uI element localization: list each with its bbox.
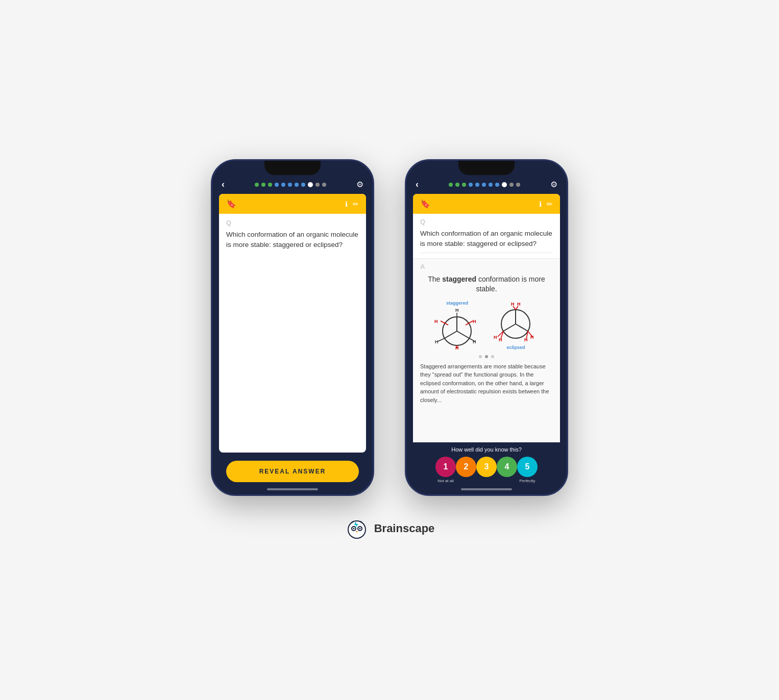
- rating-button-4[interactable]: 4: [497, 457, 517, 477]
- svg-text:H: H: [524, 337, 528, 342]
- answer-section: A The staggered conformation is more sta…: [413, 258, 560, 443]
- dot2-6: [482, 183, 486, 187]
- dot2-8: [495, 183, 499, 187]
- pagination-dots: [413, 353, 560, 360]
- rating-sublabel-5: Perfectly: [519, 479, 535, 483]
- svg-line-18: [503, 324, 516, 331]
- home-indicator-1: [267, 488, 318, 490]
- dot-3: [268, 183, 272, 187]
- svg-line-2: [445, 331, 457, 338]
- card-header-1: 🔖 ℹ ✏: [219, 194, 366, 214]
- page-dot-1: [479, 355, 482, 358]
- dot-11: [322, 183, 326, 187]
- reveal-answer-button[interactable]: REVEAL ANSWER: [226, 461, 359, 482]
- dot2-11: [516, 183, 520, 187]
- q-label-2: Q: [420, 218, 553, 226]
- edit-icon[interactable]: ✏: [353, 200, 359, 208]
- staggered-svg: H H H H H H: [433, 307, 481, 350]
- diagrams-area: staggered H H: [413, 298, 560, 353]
- eclipsed-svg: H H H H H H: [492, 301, 540, 344]
- dot-1: [255, 183, 259, 187]
- svg-text:H: H: [517, 302, 521, 307]
- a-label: A: [413, 259, 560, 272]
- dot2-10: [509, 183, 514, 187]
- svg-line-27: [516, 306, 518, 310]
- phone-1: ‹ ⚙ 🔖 ℹ ✏: [211, 159, 374, 496]
- rating-item-2: 2: [456, 457, 476, 479]
- question-text: Which conformation of an organic molecul…: [226, 230, 359, 251]
- dot2-9: [502, 182, 507, 187]
- svg-line-26: [513, 306, 516, 310]
- card-body-1: Q Which conformation of an organic molec…: [219, 214, 366, 453]
- rating-section: How well did you know this? 1 Not at all…: [428, 442, 545, 488]
- svg-line-3: [457, 331, 469, 338]
- svg-text:H: H: [499, 337, 502, 342]
- svg-text:H: H: [530, 335, 534, 340]
- rating-button-3[interactable]: 3: [476, 457, 497, 477]
- home-indicator-2: [461, 488, 512, 490]
- phone-1-screen: 🔖 ℹ ✏ Q Which conformation of an organic…: [219, 194, 366, 453]
- dot2-2: [455, 183, 459, 187]
- progress-dots: [255, 182, 326, 187]
- info-icon[interactable]: ℹ: [345, 200, 348, 208]
- dot-9: [308, 182, 313, 187]
- dot-7: [295, 183, 299, 187]
- svg-text:H: H: [473, 319, 476, 324]
- rating-sublabel-1: Not at all: [437, 479, 454, 483]
- rating-item-3: 3: [476, 457, 497, 479]
- progress-dots-2: [449, 182, 520, 187]
- rating-button-5[interactable]: 5: [517, 457, 538, 477]
- svg-point-33: [349, 521, 365, 538]
- svg-text:H: H: [434, 319, 438, 324]
- phone-1-bottom: REVEAL ANSWER: [219, 457, 366, 488]
- question-area-2: Q Which conformation of an organic molec…: [413, 214, 560, 258]
- back-button-2[interactable]: ‹: [416, 179, 419, 190]
- eclipsed-diagram: H H H H H H: [492, 301, 540, 351]
- rating-button-2[interactable]: 2: [456, 457, 476, 477]
- rating-item-1: 1 Not at all: [435, 457, 456, 483]
- explanation-text: Staggered arrangements are more stable b…: [413, 360, 560, 407]
- rating-item-4: 4: [497, 457, 517, 479]
- q-label: Q: [226, 219, 359, 227]
- card-header-2: 🔖 ℹ ✏: [413, 194, 560, 214]
- edit-icon-2[interactable]: ✏: [547, 200, 553, 208]
- phone-2-screen: 🔖 ℹ ✏ Q Which conformation of an organic…: [413, 194, 560, 442]
- dot-5: [281, 183, 285, 187]
- rating-buttons: 1 Not at all 2 3 4 5 Perfectly: [433, 457, 540, 483]
- rating-item-5: 5 Perfectly: [517, 457, 538, 483]
- rating-label: How well did you know this?: [433, 446, 540, 453]
- staggered-label: staggered: [446, 301, 468, 306]
- phone-2-notch: [458, 161, 515, 175]
- dot2-5: [475, 183, 479, 187]
- svg-text:H: H: [455, 308, 459, 313]
- svg-line-11: [438, 338, 445, 341]
- bookmark-icon[interactable]: 🔖: [226, 199, 236, 209]
- bookmark-icon-2[interactable]: 🔖: [420, 199, 430, 209]
- svg-point-39: [359, 528, 360, 530]
- brainscape-logo: Brainscape: [345, 516, 435, 541]
- dot-6: [288, 183, 292, 187]
- answer-main-text: The staggered conformation is more stabl…: [413, 272, 560, 298]
- phone-2: ‹ ⚙ 🔖 ℹ ✏: [405, 159, 568, 496]
- staggered-diagram: staggered H H: [433, 301, 481, 351]
- info-icon-2[interactable]: ℹ: [539, 200, 542, 208]
- svg-text:H: H: [494, 335, 497, 340]
- dot-2: [261, 183, 265, 187]
- dot-8: [301, 183, 305, 187]
- svg-text:H: H: [435, 339, 439, 344]
- svg-point-38: [353, 528, 354, 530]
- eclipsed-label: eclipsed: [506, 345, 525, 350]
- gear-icon-2[interactable]: ⚙: [550, 180, 557, 189]
- svg-line-19: [516, 324, 528, 331]
- question-text-2: Which conformation of an organic molecul…: [420, 229, 553, 249]
- dot2-4: [469, 183, 473, 187]
- page-dot-2: [485, 355, 488, 358]
- dot2-3: [462, 183, 466, 187]
- q-divider: [420, 253, 553, 253]
- phone-1-notch: [264, 161, 321, 175]
- rating-button-1[interactable]: 1: [435, 457, 456, 477]
- page-dot-3: [491, 355, 494, 358]
- back-button[interactable]: ‹: [222, 179, 225, 190]
- phones-container: ‹ ⚙ 🔖 ℹ ✏: [211, 159, 568, 496]
- gear-icon[interactable]: ⚙: [356, 180, 363, 189]
